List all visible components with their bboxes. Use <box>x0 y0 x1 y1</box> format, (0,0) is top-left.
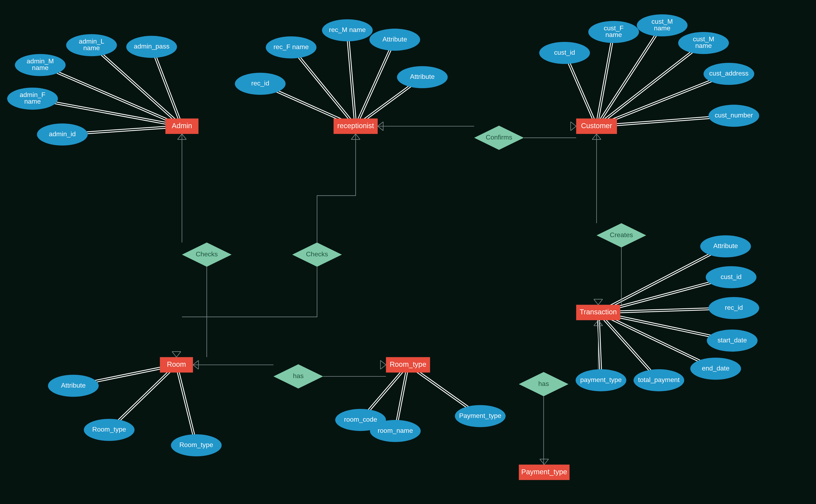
attribute-receptionist-4: Attribute <box>397 66 448 88</box>
attribute-receptionist-2: rec_M name <box>322 19 373 41</box>
entity-label: Customer <box>581 122 612 130</box>
attribute-transaction-3: start_date <box>707 330 758 352</box>
attribute-label: cust_address <box>709 70 749 77</box>
relationship-label: Checks <box>306 250 328 258</box>
attribute-label: room_name <box>377 427 413 434</box>
attribute-label: end_date <box>702 364 730 372</box>
attribute-customer-1: cust_Fname <box>588 21 639 43</box>
attribute-label: Attribute <box>61 382 86 389</box>
entity-label: Room <box>167 360 186 368</box>
entity-room_type: Room_type <box>386 357 430 373</box>
attribute-transaction-1: cust_id <box>706 266 757 288</box>
attribute-transaction-0: Attribute <box>700 235 751 257</box>
attribute-label: cust_Mname <box>693 35 714 50</box>
attribute-label: total_payment <box>638 376 680 383</box>
attribute-label: rec_id <box>251 79 269 87</box>
entity-payment_type: Payment_type <box>519 465 570 480</box>
entity-label: Transaction <box>580 308 617 316</box>
entity-label: Admin <box>172 122 192 130</box>
attribute-label: admin_id <box>49 130 76 138</box>
attribute-label: rec_id <box>725 304 743 311</box>
attribute-room_type-1: room_name <box>370 420 421 442</box>
relationship-label: Confirms <box>486 134 512 141</box>
attribute-label: rec_M name <box>329 26 366 33</box>
attribute-label: rec_F name <box>273 43 309 51</box>
attribute-transaction-5: total_payment <box>634 369 684 391</box>
entity-label: Room_type <box>389 360 426 368</box>
attribute-admin-2: admin_Mname <box>15 54 66 76</box>
attribute-label: start_date <box>718 336 747 344</box>
entity-receptionist: receptionist <box>334 118 378 134</box>
relationship-label: Creates <box>610 231 633 239</box>
entity-label: receptionist <box>337 122 374 130</box>
entity-customer: Customer <box>576 118 617 134</box>
attribute-label: payment_type <box>580 376 622 383</box>
entity-label: Payment_type <box>521 468 567 476</box>
attribute-customer-0: cust_id <box>539 42 590 64</box>
attribute-customer-3: cust_Mname <box>678 32 729 54</box>
attribute-transaction-6: payment_type <box>576 369 627 391</box>
attribute-label: Attribute <box>410 73 435 80</box>
attribute-label: Attribute <box>713 242 738 250</box>
relationship-label: has <box>293 372 304 380</box>
attribute-room-0: Attribute <box>48 375 99 397</box>
attribute-customer-5: cust_number <box>708 105 759 127</box>
attribute-room_type-2: Payment_type <box>455 405 506 427</box>
attribute-label: Room_type <box>179 441 213 448</box>
attribute-room-1: Room_type <box>84 419 135 441</box>
attribute-label: room_code <box>344 416 377 423</box>
entity-room: Room <box>160 357 193 373</box>
attribute-admin-1: admin_Fname <box>7 88 58 110</box>
er-diagram: ChecksChecksConfirmsCreateshashasAdminre… <box>0 0 816 491</box>
attribute-receptionist-1: rec_F name <box>266 36 316 58</box>
attribute-label: Attribute <box>382 35 407 43</box>
attribute-label: cust_id <box>554 49 575 56</box>
attribute-customer-2: cust_Mname <box>637 14 688 36</box>
attribute-transaction-4: end_date <box>690 358 741 380</box>
attribute-receptionist-0: rec_id <box>235 73 286 95</box>
attribute-label: cust_Fname <box>604 24 624 38</box>
attribute-admin-3: admin_Lname <box>66 34 117 56</box>
entity-admin: Admin <box>165 118 198 134</box>
entity-transaction: Transaction <box>576 305 620 320</box>
attribute-receptionist-3: Attribute <box>369 29 420 51</box>
relationship-label: has <box>538 380 549 387</box>
attribute-customer-4: cust_address <box>704 63 754 85</box>
attribute-transaction-2: rec_id <box>708 297 759 319</box>
attribute-label: cust_number <box>715 111 753 119</box>
relationship-label: Checks <box>196 250 218 258</box>
attribute-admin-4: admin_pass <box>126 36 177 58</box>
attribute-label: cust_id <box>721 273 742 280</box>
attribute-label: Payment_type <box>459 412 501 419</box>
attribute-label: cust_Mname <box>652 18 673 32</box>
attribute-label: Room_type <box>92 426 126 433</box>
attribute-room-2: Room_type <box>171 434 222 456</box>
attribute-label: admin_pass <box>134 43 169 50</box>
attribute-admin-0: admin_id <box>37 123 88 146</box>
